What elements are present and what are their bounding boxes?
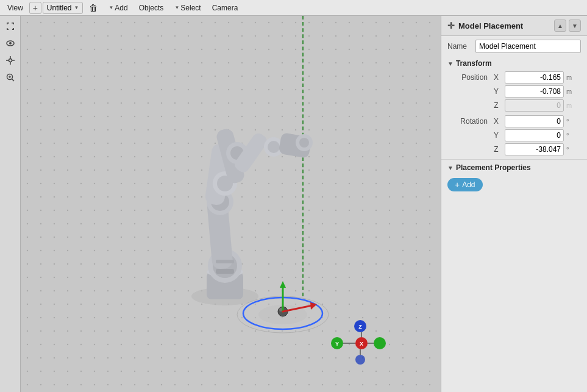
viewport[interactable]: Y Z X — [21, 16, 441, 392]
panel-title-area: ✛ Model Placement — [447, 21, 523, 30]
rotation-gizmo — [234, 278, 332, 347]
pos-x-axis-label: X — [490, 73, 502, 82]
fullscreen-icon — [5, 21, 15, 31]
rot-x-unit: ° — [566, 118, 581, 125]
placement-header[interactable]: ▼ Placement Properties — [447, 163, 581, 172]
rotation-x-input[interactable] — [505, 115, 564, 127]
svg-rect-31 — [216, 269, 234, 274]
name-input[interactable] — [475, 40, 581, 53]
rot-z-unit: ° — [566, 146, 581, 153]
menubar: View + Untitled ▼ 🗑 ▼ Add Objects ▼ Sele… — [0, 0, 587, 16]
nav-down-icon: ▼ — [572, 23, 578, 29]
axis-indicator: Y Z X — [331, 320, 386, 368]
panel-title: Model Placement — [458, 21, 523, 30]
add-placement-button[interactable]: + Add — [447, 178, 483, 191]
rotation-label: Rotation — [451, 117, 488, 126]
transform-header[interactable]: ▼ Transform — [447, 59, 581, 68]
placement-section: ▼ Placement Properties + Add — [441, 160, 587, 195]
add-caret: ▼ — [109, 5, 113, 10]
panel-header: ✛ Model Placement ▲ ▼ — [441, 16, 587, 36]
svg-point-30 — [299, 138, 309, 148]
add-btn-label: Add — [462, 180, 475, 189]
nav-down-button[interactable]: ▼ — [569, 20, 581, 32]
camera-label: Camera — [212, 4, 238, 12]
main-area: Y Z X ✛ Mode — [0, 16, 587, 392]
placement-label: Placement Properties — [456, 163, 531, 172]
rotation-y-input[interactable] — [505, 129, 564, 141]
panel-nav-buttons: ▲ ▼ — [554, 20, 581, 32]
transform-button[interactable] — [2, 52, 18, 68]
select-label: Select — [180, 4, 201, 12]
pos-z-unit: m — [566, 102, 581, 109]
svg-text:Z: Z — [358, 324, 362, 330]
position-fields: Position X m Y m Z m — [447, 71, 581, 112]
svg-point-2 — [9, 59, 12, 62]
transform-icon — [5, 55, 15, 65]
pos-y-axis-label: Y — [490, 87, 502, 96]
save-icon-btn[interactable]: 🗑 — [84, 2, 102, 14]
pos-y-unit: m — [566, 88, 581, 95]
left-toolbar — [0, 16, 21, 392]
robot-arm-svg — [130, 65, 319, 308]
position-y-input[interactable] — [505, 85, 564, 98]
svg-point-48 — [355, 355, 365, 365]
position-x-input[interactable] — [505, 71, 564, 84]
svg-rect-32 — [216, 260, 234, 263]
right-panel: ✛ Model Placement ▲ ▼ Name ▼ Transform — [441, 16, 587, 392]
transform-label: Transform — [456, 59, 492, 68]
transform-triangle: ▼ — [447, 60, 454, 67]
pos-x-unit: m — [566, 74, 581, 81]
objects-label: Objects — [139, 4, 164, 12]
view-label: View — [7, 4, 23, 12]
add-tab-button[interactable]: + — [29, 2, 41, 14]
nav-up-button[interactable]: ▲ — [554, 20, 566, 32]
camera-menu[interactable]: Camera — [207, 2, 243, 13]
add-menu[interactable]: ▼ Add — [104, 2, 132, 13]
zoom-button[interactable] — [2, 69, 18, 85]
title-dropdown[interactable]: Untitled ▼ — [43, 2, 84, 14]
name-row: Name — [441, 36, 587, 55]
svg-marker-39 — [280, 281, 286, 288]
rotation-z-input[interactable] — [505, 143, 564, 155]
select-caret: ▼ — [174, 5, 179, 10]
svg-point-49 — [374, 337, 386, 349]
robot-arm — [130, 65, 319, 310]
svg-line-8 — [12, 79, 14, 82]
rotation-fields: Rotation X ° Y ° Z ° — [447, 115, 581, 155]
eye-button[interactable] — [2, 35, 18, 51]
rot-x-axis-label: X — [490, 117, 502, 126]
rotation-gizmo-svg — [234, 278, 332, 345]
select-menu[interactable]: ▼ Select — [169, 2, 205, 13]
svg-text:Y: Y — [335, 341, 339, 347]
svg-point-27 — [268, 141, 280, 153]
rot-y-unit: ° — [566, 132, 581, 139]
fullscreen-button[interactable] — [2, 18, 18, 34]
position-label: Position — [451, 73, 488, 82]
view-menu[interactable]: View — [2, 2, 28, 13]
position-z-input[interactable] — [505, 99, 564, 112]
eye-icon — [5, 38, 15, 48]
add-plus-icon: + — [455, 180, 460, 189]
title-caret: ▼ — [74, 5, 79, 10]
title-text: Untitled — [47, 4, 72, 12]
axis-indicator-svg: Y Z X — [331, 320, 386, 366]
add-label: Add — [115, 4, 127, 12]
rot-y-axis-label: Y — [490, 131, 502, 140]
objects-menu[interactable]: Objects — [134, 2, 169, 13]
move-icon: ✛ — [447, 21, 455, 30]
svg-text:X: X — [360, 341, 363, 347]
transform-section: ▼ Transform Position X m Y m Z m Rota — [441, 55, 587, 160]
placement-triangle: ▼ — [447, 165, 454, 171]
nav-up-icon: ▲ — [557, 23, 563, 29]
pos-z-axis-label: Z — [490, 101, 502, 110]
rot-z-axis-label: Z — [490, 145, 502, 154]
name-label: Name — [447, 42, 472, 51]
svg-point-1 — [9, 42, 12, 45]
zoom-icon — [5, 73, 15, 82]
